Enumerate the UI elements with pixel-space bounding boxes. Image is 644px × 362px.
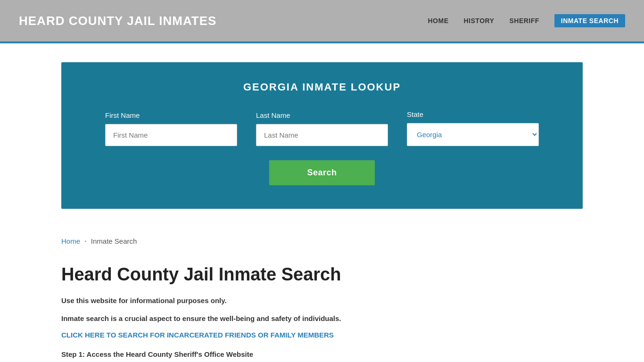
search-button-row: Search <box>90 160 554 185</box>
first-name-label: First Name <box>105 111 237 119</box>
breadcrumb-home-link[interactable]: Home <box>61 237 80 245</box>
main-nav: HOME HISTORY SHERIFF INMATE SEARCH <box>428 14 626 27</box>
breadcrumb: Home • Inmate Search <box>0 228 644 255</box>
nav-history[interactable]: HISTORY <box>464 17 495 25</box>
page-content: Heard County Jail Inmate Search Use this… <box>0 255 644 362</box>
search-link[interactable]: CLICK HERE to Search for Incarcerated Fr… <box>61 331 334 339</box>
info-text-2: Inmate search is a crucial aspect to ens… <box>61 313 583 324</box>
breadcrumb-separator: • <box>85 239 86 243</box>
inmate-lookup-section: GEORGIA INMATE LOOKUP First Name Last Na… <box>61 62 583 209</box>
page-heading: Heard County Jail Inmate Search <box>61 264 583 286</box>
breadcrumb-current-page: Inmate Search <box>91 237 137 245</box>
nav-sheriff[interactable]: SHERIFF <box>509 17 539 25</box>
last-name-input[interactable] <box>256 124 388 146</box>
site-title: HEARD COUNTY JAIL INMATES <box>19 14 216 28</box>
search-fields-row: First Name Last Name State Georgia <box>90 110 554 146</box>
nav-home[interactable]: HOME <box>428 17 449 25</box>
lookup-title: GEORGIA INMATE LOOKUP <box>90 81 554 93</box>
step-1-text: Step 1: Access the Heard County Sheriff'… <box>61 350 583 358</box>
state-label: State <box>407 110 539 118</box>
last-name-label: Last Name <box>256 111 388 119</box>
header-underline <box>0 41 644 43</box>
info-text-1: Use this website for informational purpo… <box>61 295 583 306</box>
first-name-input[interactable] <box>105 124 237 146</box>
first-name-group: First Name <box>105 111 237 146</box>
site-header: HEARD COUNTY JAIL INMATES HOME HISTORY S… <box>0 0 644 41</box>
state-select[interactable]: Georgia <box>407 123 539 146</box>
nav-inmate-search[interactable]: INMATE SEARCH <box>554 14 625 27</box>
last-name-group: Last Name <box>256 111 388 146</box>
state-group: State Georgia <box>407 110 539 146</box>
search-button[interactable]: Search <box>269 160 374 185</box>
